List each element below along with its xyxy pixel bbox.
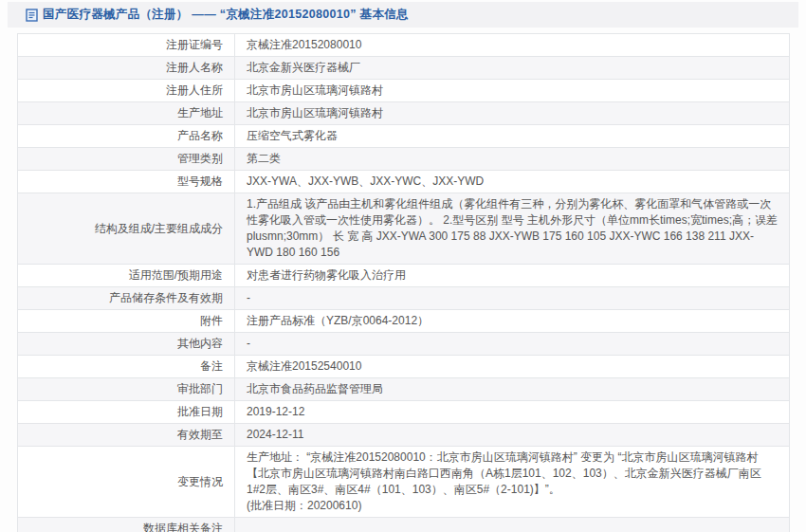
field-value: JXX-YWA、JXX-YWB、JXX-YWC、JXX-YWD — [235, 171, 790, 193]
field-value: 生产地址： “京械注准20152080010：北京市房山区琉璃河镇路村” 变更为… — [235, 447, 790, 518]
field-label: 变更情况 — [18, 447, 235, 518]
table-row: 结构及组成/主要组成成分 1.产品组成 该产品由主机和雾化组件组成（雾化组件有三… — [18, 193, 790, 265]
table-row: 产品名称 压缩空气式雾化器 — [18, 125, 790, 148]
field-value: 北京市房山区琉璃河镇路村 — [235, 102, 790, 125]
field-label: 有效期至 — [18, 424, 235, 447]
table-row: 适用范围/预期用途 对患者进行药物雾化吸入治疗用 — [18, 265, 790, 287]
field-label: 结构及组成/主要组成成分 — [18, 193, 235, 265]
field-label: 适用范围/预期用途 — [18, 265, 235, 287]
table-row: 审批部门 北京市食品药品监督管理局 — [18, 378, 790, 401]
field-label: 备注 — [18, 356, 235, 378]
table-row: 生产地址 北京市房山区琉璃河镇路村 — [18, 102, 790, 125]
field-value: 北京市房山区琉璃河镇路村 — [235, 80, 790, 102]
field-label: 注册证编号 — [18, 34, 235, 57]
field-value: - — [235, 287, 790, 310]
table-row: 产品储存条件及有效期 - — [18, 287, 790, 310]
field-value: 第二类 — [235, 148, 790, 171]
field-label: 附件 — [18, 310, 235, 333]
table-row: 变更情况 生产地址： “京械注准20152080010：北京市房山区琉璃河镇路村… — [18, 447, 790, 518]
table-row: 注册人住所 北京市房山区琉璃河镇路村 — [18, 80, 790, 102]
field-value: - — [235, 333, 790, 356]
field-value: 京械注准20152080010 — [235, 34, 790, 57]
field-label: 生产地址 — [18, 102, 235, 125]
field-value: 京械注准20152540010 — [235, 356, 790, 378]
field-value: 2024-12-11 — [235, 424, 790, 447]
page: 国产医疗器械产品（注册） —— “京械注准20152080010” 基本信息 注… — [0, 2, 806, 532]
field-value: 北京金新兴医疗器械厂 — [235, 57, 790, 80]
table-row: 管理类别 第二类 — [18, 148, 790, 171]
page-title: 国产医疗器械产品（注册） —— “京械注准20152080010” 基本信息 — [43, 7, 409, 23]
table-row: 批准日期 2019-12-12 — [18, 401, 790, 424]
field-value: 注册产品标准（YZB/京0064-2012） — [235, 310, 790, 333]
field-label: 产品名称 — [18, 125, 235, 148]
section-header: 国产医疗器械产品（注册） —— “京械注准20152080010” 基本信息 — [8, 2, 798, 28]
table-row: 注册证编号 京械注准20152080010 — [18, 34, 790, 57]
table-row: 有效期至 2024-12-11 — [18, 424, 790, 447]
field-label: 审批部门 — [18, 378, 235, 401]
field-label: 注册人住所 — [18, 80, 235, 102]
field-label: 注册人名称 — [18, 57, 235, 80]
info-table-container: 注册证编号 京械注准20152080010 注册人名称 北京金新兴医疗器械厂 注… — [17, 33, 790, 532]
table-row: 附件 注册产品标准（YZB/京0064-2012） — [18, 310, 790, 333]
table-row: 备注 京械注准20152540010 — [18, 356, 790, 378]
table-row: 注册人名称 北京金新兴医疗器械厂 — [18, 57, 790, 80]
table-row: 型号规格 JXX-YWA、JXX-YWB、JXX-YWC、JXX-YWD — [18, 171, 790, 193]
field-value: 压缩空气式雾化器 — [235, 125, 790, 148]
table-row: 数据库相关备注 — [18, 518, 790, 532]
field-value — [235, 518, 790, 532]
field-value: 2019-12-12 — [235, 401, 790, 424]
registration-info-table: 注册证编号 京械注准20152080010 注册人名称 北京金新兴医疗器械厂 注… — [17, 33, 790, 532]
table-row: 其他内容 - — [18, 333, 790, 356]
field-value: 北京市食品药品监督管理局 — [235, 378, 790, 401]
field-label: 其他内容 — [18, 333, 235, 356]
field-value: 对患者进行药物雾化吸入治疗用 — [235, 265, 790, 287]
field-label: 管理类别 — [18, 148, 235, 171]
field-value: 1.产品组成 该产品由主机和雾化组件组成（雾化组件有三种，分别为雾化杯、雾化面罩… — [235, 193, 790, 265]
document-icon — [26, 9, 38, 22]
field-label: 数据库相关备注 — [18, 518, 235, 532]
field-label: 批准日期 — [18, 401, 235, 424]
field-label: 产品储存条件及有效期 — [18, 287, 235, 310]
field-label: 型号规格 — [18, 171, 235, 193]
